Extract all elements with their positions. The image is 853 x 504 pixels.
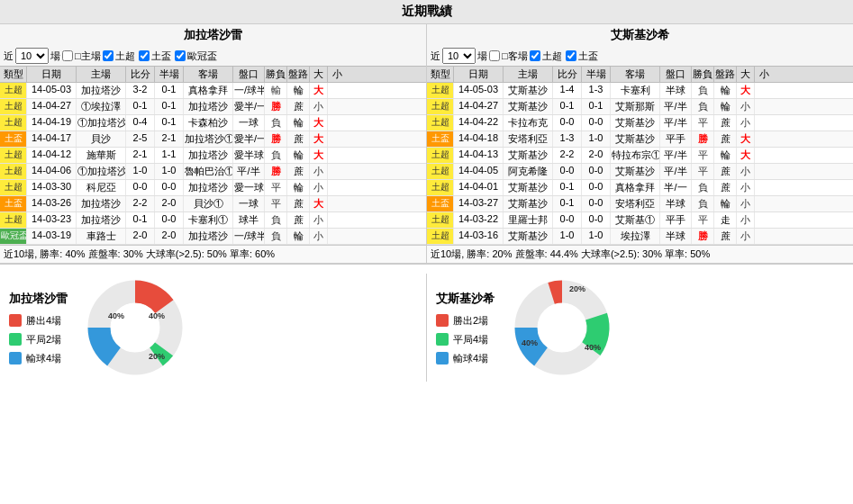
cell-handicap: 平手 bbox=[660, 212, 692, 228]
cell-score: 0-1 bbox=[553, 99, 582, 114]
cell-away: 加拉塔沙 bbox=[184, 229, 233, 244]
table-row: 土盃 14-04-17 貝沙 2-5 2-1 加拉塔沙① 愛半/一 勝 蔗 大 bbox=[0, 131, 426, 148]
cell-result: 平 bbox=[692, 115, 714, 130]
cell-home: 科尼亞 bbox=[77, 180, 126, 195]
rcol-type: 類型 bbox=[427, 67, 454, 82]
rcol-pan: 盤路 bbox=[714, 67, 737, 82]
cell-bigsmall: 小 bbox=[737, 180, 755, 195]
left-column-headers: 類型 日期 主場 比分 半場 客場 盤口 勝負 盤路 大 小 bbox=[0, 66, 426, 83]
cell-home: 艾斯基沙 bbox=[504, 83, 553, 98]
cell-away: 卡森柏沙 bbox=[184, 115, 233, 130]
cell-score: 0-1 bbox=[126, 99, 155, 114]
cell-extra bbox=[755, 115, 773, 130]
cell-bigsmall: 大 bbox=[310, 148, 328, 163]
cell-score: 2-1 bbox=[126, 148, 155, 163]
cell-pan: 蔗 bbox=[714, 180, 737, 195]
cell-extra bbox=[328, 83, 346, 98]
left-home-checkbox[interactable] bbox=[62, 50, 73, 61]
cell-handicap: 半球 bbox=[660, 229, 692, 244]
cell-extra bbox=[328, 229, 346, 244]
cell-home: 阿克希隆 bbox=[504, 164, 553, 179]
right-super-check[interactable]: 土超 bbox=[530, 50, 562, 63]
right-count-select[interactable]: 10515 bbox=[442, 48, 476, 64]
left-euro-check[interactable]: 歐冠盃 bbox=[175, 50, 217, 63]
cell-type: 土盃 bbox=[0, 131, 27, 147]
cell-bigsmall: 大 bbox=[310, 131, 328, 147]
cell-half: 0-0 bbox=[582, 180, 611, 195]
left-cup-check[interactable]: 土盃 bbox=[139, 50, 171, 63]
cell-away: 埃拉澤 bbox=[611, 229, 660, 244]
left-home-label[interactable]: □主場 bbox=[62, 50, 101, 63]
cell-pan: 輪 bbox=[714, 196, 737, 212]
cell-half: 0-1 bbox=[582, 99, 611, 114]
cell-half: 1-0 bbox=[582, 131, 611, 147]
cell-bigsmall: 小 bbox=[737, 115, 755, 130]
cell-result: 平 bbox=[692, 212, 714, 228]
left-draw-label: 平局2場 bbox=[26, 333, 61, 346]
cell-extra bbox=[328, 115, 346, 130]
left-lose-color bbox=[9, 352, 22, 364]
right-win-color bbox=[436, 314, 449, 327]
cell-handicap: 平/半 bbox=[233, 164, 265, 179]
cell-handicap: 球半 bbox=[233, 212, 265, 228]
cell-away: 安塔利亞 bbox=[611, 196, 660, 212]
right-checkbox-group: 土超 土盃 bbox=[530, 50, 598, 63]
cell-half: 1-1 bbox=[155, 148, 184, 163]
cell-away: 艾斯基沙 bbox=[611, 115, 660, 130]
cell-away: 真格拿拜 bbox=[184, 83, 233, 98]
cell-home: 艾斯基沙 bbox=[504, 229, 553, 244]
cell-bigsmall: 小 bbox=[737, 196, 755, 212]
cell-extra bbox=[755, 196, 773, 212]
cell-half: 1-3 bbox=[582, 83, 611, 98]
cell-pan: 蔗 bbox=[287, 164, 310, 179]
cell-pan: 輪 bbox=[287, 229, 310, 244]
cell-type: 土超 bbox=[0, 83, 27, 98]
cell-result: 輸 bbox=[265, 83, 287, 98]
rcol-big: 大 bbox=[737, 67, 755, 82]
cell-home: 加拉塔沙 bbox=[77, 196, 126, 212]
right-team-section: 艾斯基沙希 近 10515 場 □客場 土超 土盃 類型 日期 主場 比分 半場… bbox=[427, 24, 853, 263]
right-away-label[interactable]: □客場 bbox=[489, 50, 528, 63]
table-row: 土超 14-03-30 科尼亞 0-0 0-0 加拉塔沙 愛一球 平 輪 小 bbox=[0, 180, 426, 196]
cell-extra bbox=[755, 164, 773, 179]
left-team-section: 加拉塔沙雷 近 10515 場 □主場 土超 土盃 歐冠盃 類型 日期 主場 比… bbox=[0, 24, 427, 263]
cell-type: 土盃 bbox=[0, 196, 27, 212]
table-row: 土超 14-04-05 阿克希隆 0-0 0-0 艾斯基沙 平/半 平 蔗 小 bbox=[427, 164, 853, 180]
right-column-headers: 類型 日期 主場 比分 半場 客場 盤口 勝負 盤路 大 小 bbox=[427, 66, 853, 83]
table-row: 土超 14-05-03 加拉塔沙 3-2 0-1 真格拿拜 一/球半 輸 輪 大 bbox=[0, 83, 426, 99]
cell-type: 土超 bbox=[427, 180, 454, 195]
cell-handicap: 半/一 bbox=[660, 180, 692, 195]
left-count-select[interactable]: 10515 bbox=[15, 48, 49, 64]
cell-date: 14-03-30 bbox=[27, 180, 77, 195]
cell-extra bbox=[328, 148, 346, 163]
left-donut-chart: 40% 20% 40% bbox=[81, 274, 189, 382]
left-super-check[interactable]: 土超 bbox=[103, 50, 135, 63]
col-pan: 盤路 bbox=[287, 67, 310, 82]
cell-result: 負 bbox=[692, 180, 714, 195]
cell-bigsmall: 大 bbox=[737, 131, 755, 147]
right-away-checkbox[interactable] bbox=[489, 50, 500, 61]
cell-score: 0-0 bbox=[553, 212, 582, 228]
cell-home: 艾斯基沙 bbox=[504, 148, 553, 163]
cell-away: 艾斯基沙 bbox=[611, 164, 660, 179]
table-row: 土超 14-03-16 艾斯基沙 1-0 1-0 埃拉澤 半球 勝 蔗 小 bbox=[427, 229, 853, 245]
cell-bigsmall: 大 bbox=[737, 83, 755, 98]
cell-bigsmall: 小 bbox=[310, 212, 328, 228]
cell-away: 魯帕巴治① bbox=[184, 164, 233, 179]
cell-result: 負 bbox=[265, 115, 287, 130]
rcol-small: 小 bbox=[755, 67, 773, 82]
col-type: 類型 bbox=[0, 67, 27, 82]
cell-score: 0-0 bbox=[553, 115, 582, 130]
cell-pan: 走 bbox=[714, 212, 737, 228]
cell-bigsmall: 小 bbox=[737, 99, 755, 114]
rcol-handicap: 盤口 bbox=[660, 67, 692, 82]
cell-extra bbox=[755, 148, 773, 163]
right-cup-check[interactable]: 土盃 bbox=[566, 50, 598, 63]
cell-result: 勝 bbox=[265, 131, 287, 147]
cell-handicap: 一/球半 bbox=[233, 83, 265, 98]
cell-result: 負 bbox=[265, 212, 287, 228]
cell-date: 14-03-22 bbox=[454, 212, 504, 228]
cell-date: 14-04-05 bbox=[454, 164, 504, 179]
svg-text:40%: 40% bbox=[585, 343, 601, 352]
left-field-label: 場 bbox=[50, 50, 60, 63]
